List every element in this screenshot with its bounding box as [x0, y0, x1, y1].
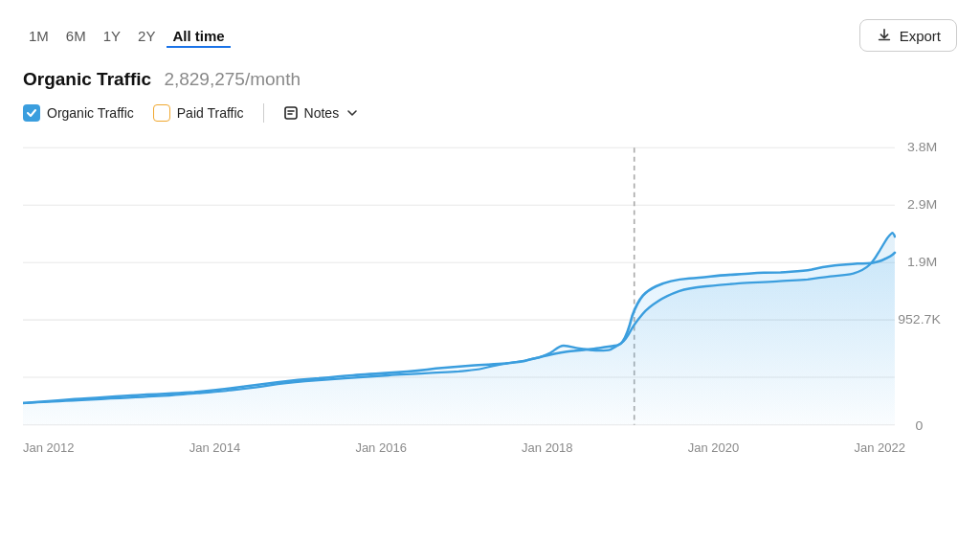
- legend-divider: [263, 103, 264, 123]
- x-label-2018: Jan 2018: [522, 440, 573, 455]
- x-label-2020: Jan 2020: [688, 440, 740, 455]
- time-btn-1y[interactable]: 1Y: [98, 24, 126, 48]
- notes-button[interactable]: Notes: [283, 105, 359, 121]
- time-btn-2y[interactable]: 2Y: [132, 24, 161, 48]
- toolbar: 1M 6M 1Y 2Y All time Export: [23, 19, 957, 52]
- chart-overlay: [23, 138, 957, 435]
- notes-label: Notes: [304, 105, 340, 121]
- organic-label: Organic Traffic: [47, 105, 134, 121]
- x-axis: Jan 2012 Jan 2014 Jan 2016 Jan 2018 Jan …: [23, 435, 957, 455]
- chevron-down-icon: [346, 107, 358, 119]
- check-icon: [26, 107, 37, 119]
- legend-row: Organic Traffic Paid Traffic Notes: [23, 103, 957, 123]
- x-label-2012: Jan 2012: [23, 440, 75, 455]
- paid-checkbox[interactable]: [153, 104, 170, 122]
- x-label-2022: Jan 2022: [854, 440, 905, 455]
- legend-organic[interactable]: Organic Traffic: [23, 104, 134, 122]
- metric-label: Organic Traffic: [23, 69, 151, 89]
- x-label-2014: Jan 2014: [189, 440, 241, 455]
- time-btn-1m[interactable]: 1M: [23, 24, 55, 48]
- time-btn-all[interactable]: All time: [167, 24, 230, 48]
- svg-rect-0: [285, 107, 297, 119]
- x-label-2016: Jan 2016: [355, 440, 407, 455]
- metric-headline: Organic Traffic 2,829,275/month: [23, 69, 957, 90]
- time-btn-6m[interactable]: 6M: [60, 24, 92, 48]
- paid-label: Paid Traffic: [177, 105, 244, 121]
- metric-value: 2,829,275/month: [164, 69, 301, 89]
- organic-checkbox[interactable]: [23, 104, 40, 122]
- legend-paid[interactable]: Paid Traffic: [153, 104, 244, 122]
- notes-icon: [283, 105, 299, 121]
- time-range-buttons: 1M 6M 1Y 2Y All time: [23, 24, 231, 48]
- export-button[interactable]: Export: [859, 19, 957, 52]
- export-icon: [876, 27, 893, 44]
- chart-area: 3.8M 2.9M 1.9M 952.7K 0: [23, 138, 957, 435]
